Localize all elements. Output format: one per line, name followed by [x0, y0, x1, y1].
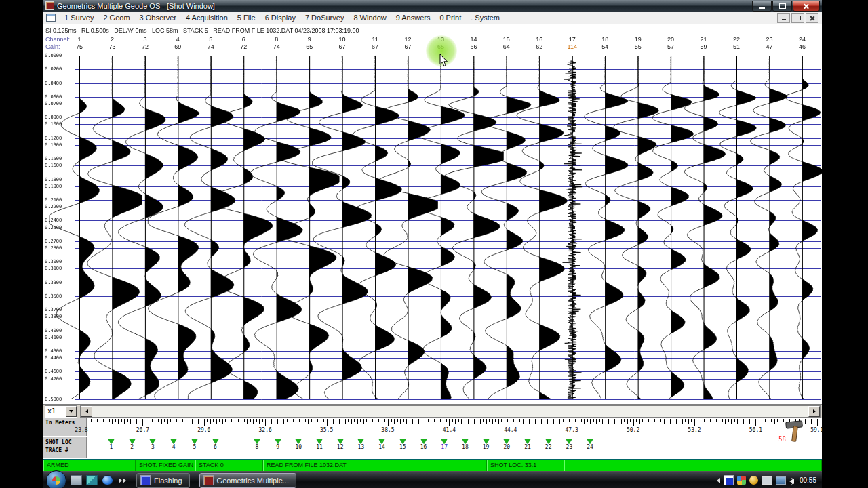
trace-marker[interactable]: 19	[478, 437, 494, 450]
trace-number: 17	[436, 444, 452, 450]
scroll-right-button[interactable]	[808, 406, 820, 417]
trace-marker[interactable]: 2	[124, 437, 140, 450]
trace-number: 6	[208, 444, 224, 450]
menu-item-system[interactable]: . System	[466, 13, 505, 22]
channel-gain: 75	[69, 43, 90, 50]
trace-marker[interactable]: 11	[311, 437, 328, 450]
menu-items: 1 Survey2 Geom3 Observer4 Acquisition5 F…	[60, 13, 505, 22]
switch-windows-icon[interactable]	[86, 475, 98, 485]
tray-coin-icon[interactable]	[749, 476, 758, 485]
menu-item-3observer[interactable]: 3 Observer	[135, 13, 181, 22]
ruler-label: 35.5	[313, 427, 340, 433]
show-desktop-icon[interactable]	[71, 475, 82, 485]
geophone-triangle-icon	[587, 439, 593, 444]
trace-marker[interactable]: 24	[582, 437, 598, 450]
geophone-triangle-icon	[441, 439, 448, 444]
seismic-plot-canvas[interactable]	[43, 24, 822, 404]
horizontal-scrollbar[interactable]	[80, 405, 821, 418]
trace-number: 20	[498, 444, 515, 450]
child-restore-button[interactable]	[791, 13, 804, 23]
channel-number: 3	[135, 36, 155, 43]
menu-item-0print[interactable]: 0 Print	[435, 13, 466, 22]
trace-marker[interactable]: 1	[103, 437, 119, 450]
trace-marker[interactable]: 22	[540, 437, 557, 450]
channel-number: 19	[628, 36, 648, 43]
ruler-label: 47.3	[558, 427, 585, 433]
trace-number: 21	[519, 444, 536, 450]
tray-color-app-icon[interactable]	[737, 476, 746, 485]
flashing-icon	[140, 475, 151, 485]
trace-marker[interactable]: 10	[290, 437, 307, 450]
trace-marker[interactable]: 9	[270, 437, 286, 450]
channel-number: 12	[398, 36, 418, 43]
trace-marker[interactable]: 20	[498, 437, 515, 450]
scroll-left-button[interactable]	[81, 406, 92, 417]
trace-number: 5	[186, 444, 203, 450]
channel-gain: 69	[167, 43, 188, 50]
trace-marker[interactable]: 21	[519, 437, 536, 450]
close-button[interactable]	[793, 1, 820, 12]
trace-marker[interactable]: 23	[561, 437, 577, 450]
menu-item-7dosurvey[interactable]: 7 DoSurvey	[300, 13, 349, 22]
scroll-row: x1	[43, 404, 822, 418]
channel-gain: 73	[102, 43, 122, 50]
trace-marker[interactable]: 17	[436, 437, 452, 450]
trace-marker[interactable]: 18	[457, 437, 473, 450]
child-window-icon[interactable]	[46, 14, 56, 22]
minimize-button[interactable]	[752, 1, 772, 12]
trace-marker[interactable]: 14	[374, 437, 390, 450]
taskbar-button[interactable]: Flashing	[136, 473, 190, 488]
taskbar: FlashingGeometrics Multiple... 00:55	[43, 471, 822, 488]
trace-marker[interactable]: 6	[208, 437, 224, 450]
channel-gain: 72	[233, 43, 254, 50]
child-close-button[interactable]	[806, 13, 818, 23]
tray-app-icon[interactable]	[724, 475, 734, 485]
zoom-dropdown-button[interactable]	[66, 406, 77, 417]
trace-marker[interactable]: 12	[332, 437, 349, 450]
trace-number: 11	[311, 444, 328, 450]
time-label: 0.1300	[45, 142, 73, 148]
channel-gain: 64	[496, 43, 517, 50]
geophone-triangle-icon	[524, 439, 531, 444]
trace-marker[interactable]: 15	[395, 437, 411, 450]
menu-item-5file[interactable]: 5 File	[233, 13, 260, 22]
start-button[interactable]	[46, 470, 66, 488]
ruler-label: 38.5	[374, 427, 401, 433]
child-minimize-button[interactable]	[777, 13, 790, 23]
trace-marker[interactable]: 13	[353, 437, 369, 450]
app-icon	[45, 1, 54, 10]
menu-item-1survey[interactable]: 1 Survey	[60, 13, 98, 22]
system-tray: 00:55	[717, 475, 816, 485]
tray-expand-icon[interactable]	[717, 478, 720, 483]
geophone-triangle-icon	[316, 439, 323, 444]
taskbar-clock[interactable]: 00:55	[800, 476, 816, 484]
channel-number: 20	[660, 36, 681, 43]
menu-item-6display[interactable]: 6 Display	[260, 13, 300, 22]
battery-icon[interactable]	[762, 476, 772, 485]
geophone-triangle-icon	[275, 439, 281, 444]
channel-row-label: Channel:	[45, 36, 70, 43]
trace-marker[interactable]: 8	[249, 437, 265, 450]
menu-item-4acquisition[interactable]: 4 Acquisition	[181, 13, 233, 22]
network-icon[interactable]	[776, 476, 786, 485]
channel-number: 10	[332, 36, 353, 43]
menu-item-9answers[interactable]: 9 Answers	[391, 13, 435, 22]
maximize-button[interactable]	[772, 1, 792, 12]
trace-marker[interactable]: 4	[165, 437, 182, 450]
geophone-triangle-icon	[295, 439, 302, 444]
trace-number: 18	[457, 444, 473, 450]
trace-marker[interactable]: 16	[416, 437, 432, 450]
time-label: 0.4100	[45, 335, 73, 340]
trace-number: 15	[395, 444, 411, 450]
speaker-icon[interactable]	[789, 479, 794, 484]
trace-marker[interactable]: 5	[186, 437, 203, 450]
internet-explorer-icon[interactable]	[102, 475, 113, 485]
trace-marker[interactable]: 3	[144, 437, 161, 450]
scrollbar-track[interactable]	[92, 406, 808, 417]
menu-item-2geom[interactable]: 2 Geom	[98, 13, 134, 22]
time-label: 0.0700	[45, 101, 73, 106]
taskbar-button[interactable]: Geometrics Multiple...	[199, 473, 296, 488]
menu-item-8window[interactable]: 8 Window	[349, 13, 391, 22]
zoom-select[interactable]: x1	[45, 405, 77, 418]
toolbar-overflow-chevron[interactable]	[119, 478, 127, 483]
